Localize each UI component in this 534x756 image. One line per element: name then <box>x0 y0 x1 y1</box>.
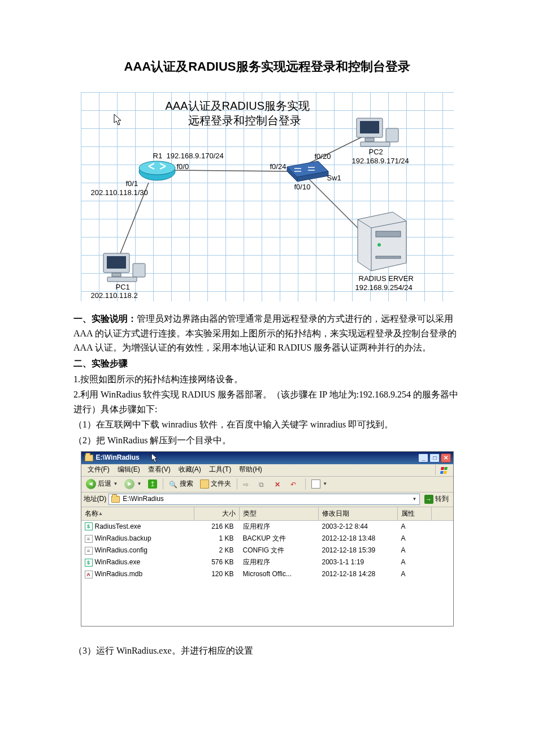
col-date[interactable]: 修改日期 <box>319 507 398 520</box>
windows-logo-icon <box>435 465 451 475</box>
file-icon <box>85 547 93 555</box>
file-attr: A <box>398 545 432 556</box>
chevron-down-icon: ▼ <box>137 481 141 488</box>
cursor-icon <box>151 453 159 463</box>
file-name: WinRadius.mdb <box>95 569 143 580</box>
svg-rect-15 <box>361 142 390 146</box>
close-button[interactable]: ✕ <box>441 453 451 463</box>
step-2-1: （1）在互联网中下载 winradius 软件，在百度中输入关键字 winrad… <box>73 417 461 432</box>
file-icon <box>85 571 93 578</box>
router-ip: 192.168.9.170/24 <box>167 150 224 162</box>
chevron-down-icon: ▼ <box>323 481 327 488</box>
section1: 一、实验说明：管理员对边界路由器的管理通常是用远程登录的方式进行的，远程登录可以… <box>73 312 461 355</box>
file-row[interactable]: WinRadius.mdb120 KBMicrosoft Offic...201… <box>81 568 453 580</box>
col-size[interactable]: 大小 <box>194 507 240 520</box>
explorer-window: E:\WinRadius _ □ ✕ 文件(F) 编辑(E) 查看(V) 收藏(… <box>81 451 454 627</box>
go-icon: → <box>424 495 433 504</box>
menu-tools[interactable]: 工具(T) <box>205 464 235 475</box>
svg-rect-7 <box>107 256 126 269</box>
file-row[interactable]: RadiusTest.exe216 KB应用程序2003-2-12 8:44A <box>81 521 453 533</box>
file-icon <box>85 559 93 567</box>
menu-view[interactable]: 查看(V) <box>144 464 175 475</box>
col-type[interactable]: 类型 <box>240 507 319 520</box>
maximize-button[interactable]: □ <box>429 453 440 463</box>
switch-label: Sw1 <box>327 172 341 184</box>
file-type: BACKUP 文件 <box>240 533 319 545</box>
router-label: R1 <box>153 150 163 162</box>
minimize-button[interactable]: _ <box>418 453 428 463</box>
window-title: E:\WinRadius <box>96 452 140 463</box>
pc1-ip: 202.110.118.2 <box>91 290 138 302</box>
titlebar[interactable]: E:\WinRadius _ □ ✕ <box>81 452 453 464</box>
chevron-down-icon[interactable]: ▼ <box>413 496 417 503</box>
delete-button[interactable]: ✕ <box>272 478 286 490</box>
port-f010: f0/10 <box>294 182 311 193</box>
file-row[interactable]: WinRadius.exe576 KB应用程序2003-1-1 1:19A <box>81 556 453 568</box>
file-icon <box>85 535 93 543</box>
folders-icon <box>200 479 209 489</box>
file-name: WinRadius.backup <box>95 533 151 544</box>
col-attr[interactable]: 属性 <box>398 507 432 520</box>
file-size: 1 KB <box>194 533 240 545</box>
menu-edit[interactable]: 编辑(E) <box>114 464 144 475</box>
svg-rect-8 <box>112 273 121 277</box>
file-date: 2012-12-18 14:28 <box>319 568 398 580</box>
file-size: 216 KB <box>194 521 240 533</box>
svg-rect-13 <box>365 138 374 141</box>
step-2-3: （3）运行 WinRadius.exe。并进行相应的设置 <box>73 643 461 658</box>
file-date: 2003-1-1 1:19 <box>319 556 398 568</box>
file-row[interactable]: WinRadius.backup1 KBBACKUP 文件2012-12-18 … <box>81 533 453 545</box>
menubar: 文件(F) 编辑(E) 查看(V) 收藏(A) 工具(T) 帮助(H) <box>81 464 453 477</box>
svg-rect-6 <box>103 253 129 273</box>
forward-icon: ► <box>124 479 134 489</box>
doc-title: AAA认证及RADIUS服务实现远程登录和控制台登录 <box>73 57 461 76</box>
folder-icon <box>85 455 93 461</box>
svg-line-3 <box>307 177 369 239</box>
svg-point-4 <box>139 162 175 180</box>
go-button[interactable]: → 转到 <box>422 494 451 504</box>
up-button[interactable] <box>146 478 159 490</box>
menu-help[interactable]: 帮助(H) <box>235 464 266 475</box>
file-name: RadiusTest.exe <box>95 521 141 532</box>
folders-button[interactable]: 文件夹 <box>198 477 233 490</box>
file-date: 2003-2-12 8:44 <box>319 521 398 533</box>
forward-button[interactable]: ► ▼ <box>122 478 144 490</box>
back-icon: ◄ <box>86 479 96 489</box>
file-attr: A <box>398 568 432 580</box>
svg-rect-10 <box>107 277 137 282</box>
svg-rect-11 <box>357 118 383 137</box>
back-button[interactable]: ◄ 后退 ▼ <box>84 477 120 490</box>
search-button[interactable]: 搜索 <box>167 477 196 490</box>
chevron-down-icon: ▼ <box>114 481 118 488</box>
cursor-icon <box>114 114 123 126</box>
copy-button[interactable]: ⧉ <box>257 478 270 490</box>
svg-rect-17 <box>376 231 401 237</box>
file-header: 名称 大小 类型 修改日期 属性 <box>81 507 453 521</box>
section1-head: 一、实验说明： <box>73 314 137 323</box>
port-f024: f0/24 <box>270 161 286 173</box>
file-size: 2 KB <box>194 545 240 556</box>
file-size: 576 KB <box>194 556 240 568</box>
diagram-title-2: 远程登录和控制台登录 <box>188 111 301 129</box>
views-icon <box>311 479 320 489</box>
col-name[interactable]: 名称 <box>81 507 194 520</box>
separator <box>237 478 237 490</box>
views-button[interactable]: ▼ <box>309 478 329 490</box>
menu-favorites[interactable]: 收藏(A) <box>175 464 205 475</box>
undo-button[interactable]: ↶ <box>288 478 302 490</box>
port-f00: f0/0 <box>177 161 189 173</box>
file-type: 应用程序 <box>240 521 319 533</box>
svg-rect-9 <box>133 263 145 277</box>
folder-icon <box>111 496 120 503</box>
up-icon <box>148 479 157 489</box>
step-1: 1.按照如图所示的拓扑结构连接网络设备。 <box>73 372 461 387</box>
delete-icon: ✕ <box>275 479 284 489</box>
address-input[interactable]: E:\WinRadius ▼ <box>108 494 419 505</box>
move-button[interactable]: ⇨ <box>241 478 254 490</box>
network-diagram: AAA认证及RADIUS服务实现 远程登录和控制台登录 R1 192.168.9… <box>81 92 454 301</box>
file-name: WinRadius.exe <box>95 557 141 568</box>
menu-file[interactable]: 文件(F) <box>84 464 114 475</box>
file-row[interactable]: WinRadius.config2 KBCONFIG 文件2012-12-18 … <box>81 545 453 556</box>
file-date: 2012-12-18 13:48 <box>319 533 398 545</box>
svg-point-18 <box>377 243 381 247</box>
